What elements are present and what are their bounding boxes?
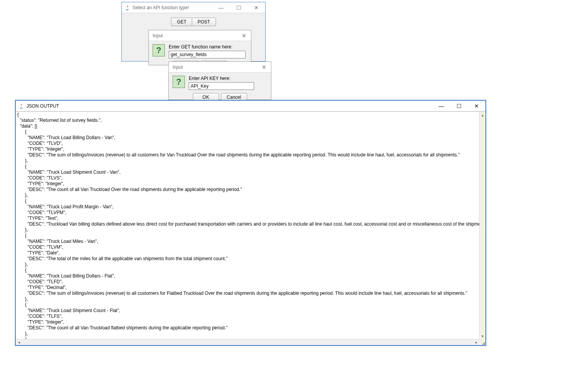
minimize-button[interactable]: —: [212, 2, 230, 13]
scroll-up-icon[interactable]: ▴: [480, 112, 485, 118]
maximize-button[interactable]: ☐: [230, 2, 248, 13]
dialog-title: Input: [151, 33, 163, 38]
titlebar[interactable]: Input ✕: [149, 30, 251, 41]
window-title: Select an API function type!: [133, 5, 189, 10]
close-button[interactable]: ✕: [468, 101, 485, 111]
close-button[interactable]: ✕: [257, 62, 271, 73]
function-name-input[interactable]: [169, 51, 246, 58]
scroll-down-icon[interactable]: ▾: [480, 333, 485, 339]
horizontal-scrollbar[interactable]: ◂ ▸: [16, 339, 479, 345]
java-icon: [124, 5, 130, 11]
question-icon: ?: [173, 76, 185, 88]
question-icon: ?: [153, 44, 165, 56]
json-text-area[interactable]: { "status": "Returned list of survey fie…: [16, 112, 479, 339]
minimize-button[interactable]: —: [432, 101, 450, 111]
titlebar[interactable]: JSON OUTPUT — ☐ ✕: [16, 101, 485, 111]
close-button[interactable]: ✕: [248, 2, 265, 13]
vertical-scrollbar[interactable]: ▴ ▾: [479, 112, 485, 339]
json-output-window: JSON OUTPUT — ☐ ✕ { "status": "Returned …: [15, 100, 486, 346]
dialog-label: Enter GET function name here:: [169, 44, 246, 50]
titlebar[interactable]: Input ✕: [169, 62, 271, 73]
maximize-button[interactable]: ☐: [450, 101, 468, 111]
titlebar[interactable]: Select an API function type! — ☐ ✕: [122, 2, 265, 13]
resize-grip[interactable]: ◢: [479, 339, 485, 345]
window-title: JSON OUTPUT: [27, 103, 59, 109]
post-button[interactable]: POST: [192, 18, 216, 26]
input-dialog-api-key: Input ✕ ? Enter API KEY here: OK Cancel: [168, 61, 271, 100]
close-button[interactable]: ✕: [237, 30, 251, 41]
scroll-right-icon[interactable]: ▸: [473, 339, 479, 345]
get-button[interactable]: GET: [171, 18, 192, 26]
dialog-label: Enter API KEY here:: [189, 76, 254, 81]
java-icon: [18, 103, 24, 109]
input-dialog-function-name: Input ✕ ? Enter GET function name here:: [148, 30, 251, 65]
api-key-input[interactable]: [189, 82, 254, 90]
scroll-left-icon[interactable]: ◂: [16, 339, 22, 345]
dialog-title: Input: [171, 65, 183, 70]
